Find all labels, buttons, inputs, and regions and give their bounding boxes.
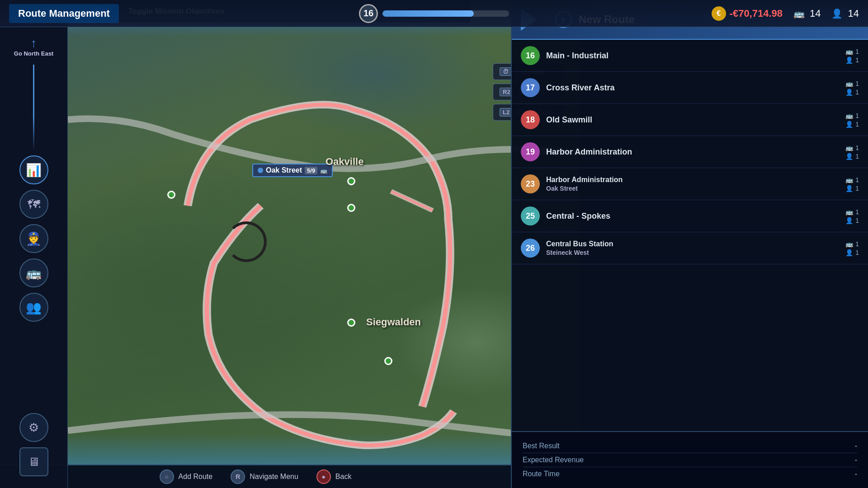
bus-count-18: 1 — [855, 112, 859, 119]
driver-count-16: 1 — [855, 56, 859, 64]
bus-count-26: 1 — [855, 240, 859, 248]
driver-value: 14 — [848, 8, 859, 19]
route-badge-18: 18 — [521, 110, 540, 129]
route-name-17: Cross River Astra — [546, 83, 839, 93]
nav-btn-statistics[interactable]: 📊 — [19, 155, 48, 184]
go-text: Go North East — [14, 50, 53, 57]
xp-bar-container — [382, 10, 509, 17]
go-indicator: ↑ Go North East — [14, 36, 53, 57]
route-item-19[interactable]: 19 Harbor Administration 🚌 1 👤 1 — [512, 136, 868, 168]
stop-tooltip-dot — [258, 168, 263, 173]
route-name-23-line1: Harbor Administration — [546, 176, 839, 184]
bus-count-17: 1 — [855, 80, 859, 87]
stop-name: Oak Street — [266, 166, 302, 174]
nav-btn-staff[interactable]: 👥 — [19, 293, 48, 322]
bus-icon-26: 🚌 — [845, 240, 853, 248]
route-badge-16: 16 — [521, 46, 540, 65]
driver-count-17: 1 — [855, 89, 859, 96]
route-item-25[interactable]: 25 Central - Spokes 🚌 1 👤 1 — [512, 200, 868, 232]
bus-icon-23: 🚌 — [845, 176, 853, 183]
driver-icon-26: 👤 — [845, 249, 853, 256]
nav-btn-inspector[interactable]: 👮 — [19, 224, 48, 253]
bus-icon-19: 🚌 — [845, 144, 853, 151]
navigate-key: R — [231, 469, 245, 484]
route-item-23[interactable]: 23 Harbor Administration Oak Street 🚌 1 … — [512, 168, 868, 200]
bus-icon-16: 🚌 — [845, 48, 853, 55]
stop-count: 5/9 — [305, 167, 317, 174]
add-route-label: Add Route — [179, 473, 213, 481]
route-name-container-23: Harbor Administration Oak Street — [546, 176, 839, 192]
route-name-26-line1: Central Bus Station — [546, 240, 839, 248]
route-stats-26: 🚌 1 👤 1 — [845, 240, 859, 256]
bus-count-16: 1 — [855, 48, 859, 55]
route-stats-16: 🚌 1 👤 1 — [845, 48, 859, 64]
nav-btn-map[interactable]: 🗺 — [19, 190, 48, 219]
route-stats-17: 🚌 1 👤 1 — [845, 80, 859, 96]
bus-icon-18: 🚌 — [845, 112, 853, 119]
route-stats-23: 🚌 1 👤 1 — [845, 176, 859, 192]
route-item-17[interactable]: 17 Cross River Astra 🚌 1 👤 1 — [512, 72, 868, 104]
nav-btn-buses[interactable]: 🚌 — [19, 258, 48, 287]
route-dot-3 — [347, 204, 355, 212]
money-display: € -€70,714.98 — [712, 6, 783, 21]
bus-count-25: 1 — [855, 208, 859, 216]
route-name-26-line2: Steineck West — [546, 249, 839, 256]
loading-indicator — [226, 221, 267, 262]
route-item-16[interactable]: 16 Main - Industrial 🚌 1 👤 1 — [512, 40, 868, 72]
xp-section: 16 — [359, 4, 509, 23]
route-name-16: Main - Industrial — [546, 51, 839, 61]
left-sidebar: ↑ Go North East 📊 🗺 👮 🚌 👥 ⚙ 🖥 — [0, 27, 68, 488]
stat-best-result: Best Result - — [523, 439, 857, 453]
route-name-18: Old Sawmill — [546, 115, 839, 125]
route-name-25: Central - Spokes — [546, 211, 839, 221]
driver-count-23: 1 — [855, 185, 859, 192]
route-dot-2 — [347, 177, 355, 185]
bus-count: 🚌 14 — [792, 6, 821, 21]
route-dot-4 — [347, 319, 355, 327]
route-name-23-line2: Oak Street — [546, 185, 839, 192]
back-key: ● — [316, 469, 331, 484]
add-route-key: ○ — [160, 469, 174, 484]
money-icon: € — [712, 6, 726, 21]
pan-key-badge: ⏱ — [500, 67, 512, 76]
level-badge: 16 — [359, 4, 378, 23]
best-result-label: Best Result — [523, 442, 560, 450]
driver-icon-23: 👤 — [845, 185, 853, 192]
navigate-menu-btn[interactable]: R Navigate Menu — [231, 469, 298, 484]
route-item-26[interactable]: 26 Central Bus Station Steineck West 🚌 1… — [512, 232, 868, 264]
route-badge-17: 17 — [521, 78, 540, 97]
driver-icon-16: 👤 — [845, 56, 853, 64]
route-time-label: Route Time — [523, 470, 560, 478]
monitor-button[interactable]: 🖥 — [19, 447, 48, 476]
stat-route-time: Route Time - — [523, 467, 857, 481]
bus-icon-25: 🚌 — [845, 208, 853, 216]
expected-revenue-value: - — [855, 456, 857, 464]
map-area[interactable]: Oak Street 5/9 🚌 Oakville Siegwalden ⏱ P… — [68, 0, 579, 488]
bottom-stats: Best Result - Expected Revenue - Route T… — [512, 431, 868, 488]
driver-count-26: 1 — [855, 249, 859, 256]
money-value: -€70,714.98 — [730, 8, 783, 19]
route-dot-5 — [384, 357, 392, 365]
sidebar-line-top — [33, 65, 34, 150]
route-item-18[interactable]: 18 Old Sawmill 🚌 1 👤 1 — [512, 104, 868, 136]
driver-count-19: 1 — [855, 153, 859, 160]
back-btn[interactable]: ● Back — [316, 469, 352, 484]
right-panel: + New Route 16 Main - Industrial 🚌 1 👤 1 — [511, 0, 868, 488]
driver-count-18: 1 — [855, 121, 859, 128]
route-name-container-26: Central Bus Station Steineck West — [546, 240, 839, 256]
route-time-value: - — [855, 470, 857, 478]
navigate-label: Navigate Menu — [250, 473, 298, 481]
driver-count: 👤 14 — [830, 6, 859, 21]
settings-button[interactable]: ⚙ — [19, 413, 48, 442]
add-route-btn[interactable]: ○ Add Route — [160, 469, 213, 484]
bus-count-23: 1 — [855, 176, 859, 183]
driver-icon-25: 👤 — [845, 217, 853, 224]
route-badge-19: 19 — [521, 142, 540, 161]
bus-icon-17: 🚌 — [845, 80, 853, 87]
stop-bus-icon: 🚌 — [320, 167, 327, 174]
driver-icon-19: 👤 — [845, 153, 853, 160]
route-badge-23: 23 — [521, 174, 540, 193]
stat-expected-revenue: Expected Revenue - — [523, 453, 857, 467]
route-badge-26: 26 — [521, 239, 540, 258]
driver-icon-18: 👤 — [845, 121, 853, 128]
